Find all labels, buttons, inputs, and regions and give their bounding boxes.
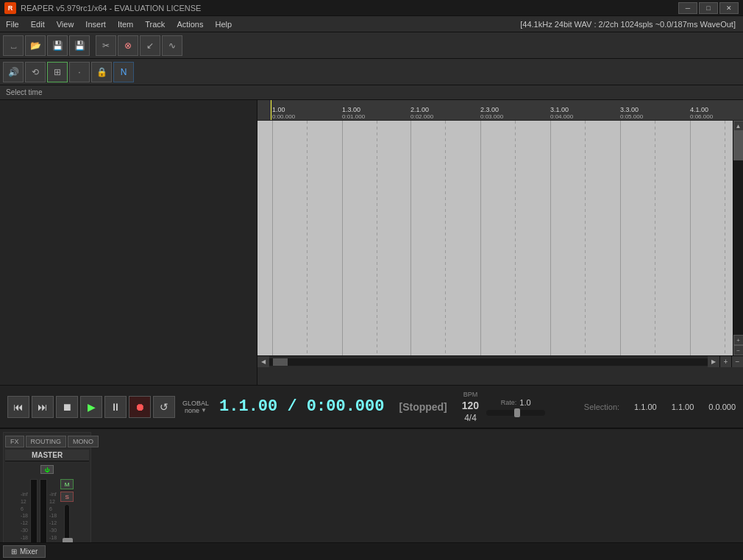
ruler-mark: 1.000:00.000 (272, 106, 295, 120)
menu-item[interactable]: Item (112, 16, 139, 32)
selection-label: Selection: (584, 403, 619, 411)
global-label: GLOBAL (182, 400, 209, 407)
toolbar2-notes[interactable]: N (113, 62, 134, 82)
menu-file[interactable]: File (0, 16, 25, 32)
menu-view[interactable]: View (51, 16, 80, 32)
app-wrapper: R REAPER v5.979rc1/x64 - EVALUATION LICE… (0, 0, 743, 560)
timeline-ruler: 1.000:00.0001.3.000:01.0002.1.000:02.000… (257, 100, 743, 121)
rate-slider-thumb (514, 408, 520, 417)
fx-button[interactable]: FX (5, 436, 24, 447)
master-channel-strip: FX ROUTING MONO MASTER ⏻ -inf 12 6 (3, 432, 91, 560)
global-dropdown-icon[interactable]: ▼ (201, 407, 207, 414)
transport-status: [Stopped] (391, 401, 454, 413)
rate-slider[interactable] (486, 410, 545, 416)
meter-value[interactable]: 4/4 (464, 413, 477, 423)
toolbar2-speaker[interactable]: 🔊 (3, 62, 24, 82)
toolbar-save[interactable]: 💾 (47, 35, 68, 56)
selection-info: Selection: 1.1.00 1.1.00 0.0.000 (584, 403, 736, 411)
hzoom-out-btn[interactable]: − (731, 356, 743, 368)
ff-button[interactable]: ⏭ (32, 396, 54, 418)
toolbar2: 🔊 ⟲ ⊞ · 🔒 N (0, 59, 743, 85)
mixer-bottom-panel: FX ROUTING MONO MASTER ⏻ -inf 12 6 (0, 428, 743, 560)
ruler-mark: 1.3.000:01.000 (342, 106, 365, 120)
vscroll-thumb[interactable] (733, 131, 744, 160)
global-none: none (185, 407, 199, 414)
hscroll-right-btn[interactable]: ▶ (708, 356, 719, 368)
toolbar-cut[interactable]: ✂ (96, 35, 116, 56)
vu-db-scale-right: -inf 12 6 -18 -12 -30 -18 (49, 491, 57, 542)
stop-button[interactable]: ⏹ (56, 396, 78, 418)
minimize-button[interactable]: ─ (678, 2, 697, 14)
toolbar2-grid[interactable]: ⊞ (47, 62, 68, 82)
toolbar-new[interactable]: ⎵ (3, 35, 24, 56)
app-icon: R (4, 2, 16, 14)
selection-length: 0.0.000 (708, 403, 736, 411)
grid-line (410, 121, 411, 355)
title-bar-left: R REAPER v5.979rc1/x64 - EVALUATION LICE… (4, 2, 201, 14)
transport-buttons: ⏮ ⏭ ⏹ ▶ ⏸ ⏺ ↺ (7, 396, 175, 418)
toolbar2-loop[interactable]: ⟲ (25, 62, 46, 82)
routing-button[interactable]: ROUTING (26, 436, 67, 447)
mono-button[interactable]: MONO (68, 436, 99, 447)
grid-line (480, 121, 481, 355)
grid-line-dash (725, 121, 725, 355)
toolbar2-dot[interactable]: · (69, 62, 90, 82)
horizontal-scrollbar[interactable]: ◀ ▶ + − (257, 355, 743, 367)
grid-line-dash (445, 121, 446, 355)
maximize-button[interactable]: □ (699, 2, 718, 14)
menu-help[interactable]: Help (209, 16, 238, 32)
hzoom-in-btn[interactable]: + (719, 356, 731, 368)
selection-start: 1.1.00 (634, 403, 657, 411)
grid-line-dash (585, 121, 586, 355)
toolbar-wave[interactable]: ∿ (162, 35, 182, 56)
toolbar-open[interactable]: 📂 (25, 35, 46, 56)
title-bar-right: ─ □ ✕ (678, 2, 739, 14)
status-info: [44.1kHz 24bit WAV : 2/2ch 1024spls ~0.0… (520, 20, 743, 29)
menu-track[interactable]: Track (139, 16, 171, 32)
vscroll-up-btn[interactable]: ▲ (733, 121, 744, 131)
vscroll-collapse-btn[interactable]: − (733, 345, 744, 355)
toolbar-arrow[interactable]: ↙ (140, 35, 160, 56)
menu-actions[interactable]: Actions (171, 16, 209, 32)
title-bar: R REAPER v5.979rc1/x64 - EVALUATION LICE… (0, 0, 743, 16)
menu-insert[interactable]: Insert (79, 16, 112, 32)
arrange-grid[interactable] (257, 121, 733, 355)
mixer-tab-label: Mixer (20, 547, 38, 556)
grid-line-dash (307, 121, 307, 355)
pause-button[interactable]: ⏸ (104, 396, 127, 418)
mixer-top-buttons: FX ROUTING MONO (5, 436, 89, 447)
bpm-label: BPM (463, 391, 478, 398)
middle-section: 1.000:00.0001.3.000:01.0002.1.000:02.000… (0, 100, 743, 385)
ruler-mark: 3.1.000:04.000 (550, 106, 573, 120)
rate-label: Rate: (501, 399, 517, 406)
vscroll-track[interactable] (733, 131, 744, 335)
vertical-scrollbar[interactable]: ▲ + − (733, 121, 743, 355)
playhead (271, 100, 271, 120)
toolbar-record-arm[interactable]: ⊗ (118, 35, 138, 56)
hscroll-left-btn[interactable]: ◀ (257, 356, 269, 368)
bpm-value[interactable]: 120 (462, 400, 479, 411)
record-button[interactable]: ⏺ (129, 396, 151, 418)
grid-line (342, 121, 343, 355)
solo-button[interactable]: S (60, 492, 74, 502)
selection-end: 1.1.00 (672, 403, 694, 411)
arrange-inner: ▲ + − (257, 121, 743, 355)
vscroll-expand-btn[interactable]: + (733, 335, 744, 345)
grid-line-dash (377, 121, 377, 355)
loop-button[interactable]: ↺ (153, 396, 175, 418)
master-power-button[interactable]: ⏻ (40, 465, 54, 474)
hscroll-track[interactable] (269, 358, 708, 366)
title-text: REAPER v5.979rc1/x64 - EVALUATION LICENS… (21, 4, 201, 13)
rate-section: Rate: 1.0 (486, 398, 545, 416)
toolbar2-lock[interactable]: 🔒 (91, 62, 112, 82)
grid-line (550, 121, 551, 355)
mixer-tab[interactable]: ⊞ Mixer (3, 545, 46, 558)
toolbar-save2[interactable]: 💾 (69, 35, 90, 56)
play-button[interactable]: ▶ (80, 396, 102, 418)
rewind-button[interactable]: ⏮ (7, 396, 29, 418)
menu-edit[interactable]: Edit (25, 16, 51, 32)
hscroll-thumb[interactable] (273, 358, 288, 366)
grid-line (272, 121, 273, 355)
mute-button[interactable]: M (60, 479, 74, 489)
close-button[interactable]: ✕ (719, 2, 739, 14)
